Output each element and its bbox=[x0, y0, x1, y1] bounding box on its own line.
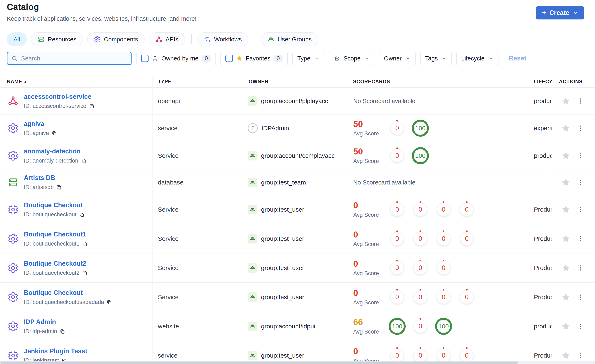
scorecard-score-circle[interactable]: 0 bbox=[460, 290, 474, 304]
favorite-star-icon[interactable] bbox=[561, 123, 571, 133]
table-row: agnivaID: agnivaservice?IDPAdmin50Avg Sc… bbox=[0, 115, 595, 142]
scrollbar-thumb[interactable] bbox=[0, 362, 518, 364]
tags-dropdown[interactable]: Tags bbox=[420, 52, 452, 65]
scorecard-score-circle[interactable]: 0 bbox=[460, 232, 474, 245]
copy-icon[interactable] bbox=[60, 329, 65, 334]
scorecard-score-circle[interactable]: 0 bbox=[413, 349, 427, 362]
tab-apis[interactable]: APIs bbox=[149, 32, 185, 46]
table-row: Boutique Checkout1ID: boutiquecheckout1S… bbox=[0, 224, 595, 253]
favorites-checkbox[interactable] bbox=[225, 55, 233, 62]
scorecard-score-circle[interactable]: 0 bbox=[437, 261, 450, 275]
copy-icon[interactable] bbox=[82, 270, 88, 276]
tab-label: All bbox=[14, 36, 20, 43]
favorite-star-icon[interactable] bbox=[561, 292, 571, 302]
scorecard-score-circle[interactable]: 0 bbox=[437, 203, 450, 216]
table-row: Boutique Checkout2ID: boutiquecheckout2S… bbox=[0, 253, 595, 283]
entity-name-link[interactable]: IDP Admin bbox=[24, 318, 65, 326]
kebab-menu-icon[interactable] bbox=[577, 264, 584, 272]
owner-label: group:account/idpui bbox=[261, 323, 315, 330]
copy-icon[interactable] bbox=[79, 212, 85, 217]
actions-cell bbox=[552, 253, 595, 282]
progress-dot bbox=[396, 120, 398, 122]
copy-icon[interactable] bbox=[82, 241, 88, 247]
entity-name-link[interactable]: Boutique Checkout bbox=[24, 289, 112, 296]
kebab-menu-icon[interactable] bbox=[577, 152, 584, 160]
scorecard-score-circle[interactable]: 0 bbox=[390, 349, 404, 362]
scorecard-score-circle[interactable]: 0 bbox=[460, 349, 474, 362]
avg-score-value: 0 bbox=[353, 201, 379, 210]
entity-name-link[interactable]: Artists DB bbox=[24, 174, 62, 182]
scorecard-score-circle[interactable]: 0 bbox=[437, 349, 450, 362]
scorecard-score-circle[interactable]: 0 bbox=[413, 203, 427, 216]
entity-name-link[interactable]: accesscontrol-service bbox=[24, 93, 94, 100]
kebab-menu-icon[interactable] bbox=[577, 235, 584, 242]
kebab-menu-icon[interactable] bbox=[577, 206, 584, 213]
entity-name-link[interactable]: Jenkins Plugin Tesst bbox=[24, 347, 87, 355]
tab-all[interactable]: All bbox=[7, 32, 27, 46]
kebab-menu-icon[interactable] bbox=[577, 293, 584, 301]
scorecard-score-circle[interactable]: 0 bbox=[437, 290, 450, 304]
kebab-menu-icon[interactable] bbox=[577, 179, 584, 186]
tab-user-groups[interactable]: User Groups bbox=[261, 32, 318, 46]
copy-icon[interactable] bbox=[81, 158, 86, 164]
page-header: Catalog Keep track of applications, serv… bbox=[7, 2, 587, 22]
column-header-name[interactable]: NAME▲ bbox=[7, 79, 27, 84]
scorecard-score-circle[interactable]: 0 bbox=[413, 290, 427, 304]
scorecard-score-circle[interactable]: 0 bbox=[437, 232, 450, 245]
scorecard-score-circle[interactable]: 0 bbox=[413, 320, 427, 333]
scorecards-cell: 0Avg Score0000 bbox=[350, 283, 531, 312]
favorite-star-icon[interactable] bbox=[561, 96, 571, 106]
favorites-filter[interactable]: Favorites 0 bbox=[220, 52, 288, 65]
scorecard-score-circle[interactable]: 100 bbox=[389, 318, 406, 335]
scorecard-score-circle[interactable]: 0 bbox=[413, 232, 427, 245]
favorite-star-icon[interactable] bbox=[561, 234, 571, 244]
entity-name-link[interactable]: anomaly-detection bbox=[24, 148, 86, 155]
favorite-star-icon[interactable] bbox=[561, 178, 571, 187]
tab-resources[interactable]: Resources bbox=[31, 32, 83, 46]
create-button[interactable]: + Create bbox=[536, 6, 584, 20]
scorecard-score-circle[interactable]: 100 bbox=[412, 147, 429, 164]
lifecycle-dropdown[interactable]: Lifecycle bbox=[456, 52, 498, 65]
favorite-star-icon[interactable] bbox=[561, 322, 571, 331]
owner-label: group:test_user bbox=[261, 235, 304, 242]
favorite-star-icon[interactable] bbox=[561, 205, 571, 214]
actions-cell bbox=[552, 142, 595, 170]
scorecard-score-circle[interactable]: 0 bbox=[390, 290, 404, 304]
favorite-star-icon[interactable] bbox=[561, 263, 571, 273]
entity-name-link[interactable]: Boutique Checkout2 bbox=[24, 260, 88, 267]
scorecard-score-circle[interactable]: 0 bbox=[390, 121, 404, 135]
scorecard-score-circle[interactable]: 0 bbox=[390, 203, 404, 216]
entity-name-link[interactable]: agniva bbox=[24, 120, 57, 127]
type-dropdown[interactable]: Type bbox=[292, 52, 324, 65]
column-header-lifecycle: LIFECYC bbox=[534, 79, 552, 84]
scorecard-score-circle[interactable]: 0 bbox=[413, 261, 427, 275]
owner-dropdown[interactable]: Owner bbox=[379, 52, 415, 65]
kebab-menu-icon[interactable] bbox=[577, 352, 584, 359]
copy-icon[interactable] bbox=[106, 299, 112, 305]
entity-name-link[interactable]: Boutique Checkout bbox=[24, 202, 85, 209]
favorite-star-icon[interactable] bbox=[561, 151, 571, 161]
kebab-menu-icon[interactable] bbox=[577, 97, 584, 105]
copy-icon[interactable] bbox=[56, 184, 62, 190]
owned-by-me-checkbox[interactable] bbox=[141, 55, 149, 62]
entity-name-link[interactable]: Boutique Checkout1 bbox=[24, 231, 88, 238]
scorecard-score-circle[interactable]: 0 bbox=[390, 261, 404, 275]
search-input[interactable] bbox=[21, 55, 127, 62]
scorecard-score-circle[interactable]: 100 bbox=[435, 318, 452, 335]
kebab-menu-icon[interactable] bbox=[577, 125, 584, 132]
copy-icon[interactable] bbox=[52, 130, 57, 136]
tab-workflows[interactable]: Workflows bbox=[198, 32, 248, 46]
scope-dropdown[interactable]: Scope bbox=[329, 52, 374, 65]
scorecard-score-circle[interactable]: 100 bbox=[412, 120, 429, 137]
tab-components[interactable]: Components bbox=[87, 32, 145, 46]
kebab-menu-icon[interactable] bbox=[577, 322, 584, 330]
owned-by-me-filter[interactable]: Owned by me 0 bbox=[136, 52, 216, 65]
plus-icon: + bbox=[542, 9, 546, 16]
scorecard-score-circle[interactable]: 0 bbox=[390, 232, 404, 245]
horizontal-scrollbar[interactable] bbox=[0, 361, 595, 364]
scorecard-score-circle[interactable]: 0 bbox=[460, 203, 474, 216]
scorecard-score-circle[interactable]: 0 bbox=[390, 149, 404, 162]
copy-icon[interactable] bbox=[89, 103, 94, 109]
reset-filters-link[interactable]: Reset bbox=[509, 55, 526, 62]
favorite-star-icon[interactable] bbox=[561, 351, 571, 360]
